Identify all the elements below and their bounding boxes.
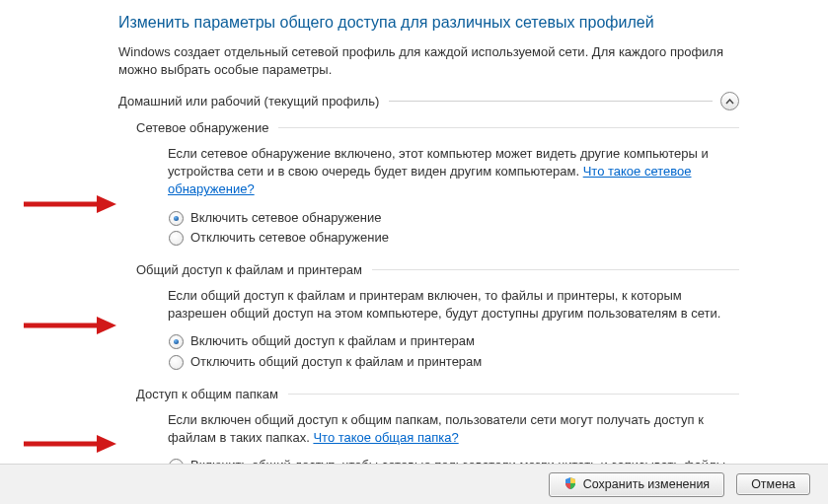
divider: [389, 101, 713, 102]
buttons-bar: Сохранить изменения Отмена: [0, 464, 828, 504]
group-title-fileshare: Общий доступ к файлам и принтерам: [136, 262, 362, 277]
chevron-up-icon: [725, 99, 734, 105]
collapse-button[interactable]: [720, 92, 739, 110]
radio-label: Включить общий доступ к файлам и принтер…: [190, 332, 475, 350]
divider: [372, 269, 739, 270]
radio-fileshare-on[interactable]: [169, 334, 184, 349]
save-button[interactable]: Сохранить изменения: [549, 472, 724, 497]
profile-title: Домашний или рабочий (текущий профиль): [118, 94, 379, 108]
radio-fileshare-off[interactable]: [169, 355, 184, 370]
cancel-button[interactable]: Отмена: [736, 473, 810, 495]
page-description: Windows создает отдельный сетевой профил…: [118, 43, 739, 78]
fileshare-text: Если общий доступ к файлам и принтерам в…: [168, 288, 720, 321]
radio-label: Включить сетевое обнаружение: [190, 209, 382, 227]
radio-label: Отключить сетевое обнаружение: [190, 229, 389, 247]
group-title-public: Доступ к общим папкам: [136, 387, 278, 401]
page-title: Изменить параметры общего доступа для ра…: [118, 14, 739, 32]
uac-shield-icon: [564, 476, 577, 493]
save-button-label: Сохранить изменения: [583, 477, 710, 491]
radio-discovery-on[interactable]: [169, 211, 184, 226]
public-help-link[interactable]: Что такое общая папка?: [313, 430, 458, 445]
group-title-discovery: Сетевое обнаружение: [136, 120, 268, 135]
cancel-button-label: Отмена: [751, 477, 795, 491]
divider: [278, 127, 739, 128]
radio-discovery-off[interactable]: [169, 231, 184, 246]
divider: [288, 394, 739, 395]
radio-label: Отключить общий доступ к файлам и принте…: [190, 353, 482, 371]
